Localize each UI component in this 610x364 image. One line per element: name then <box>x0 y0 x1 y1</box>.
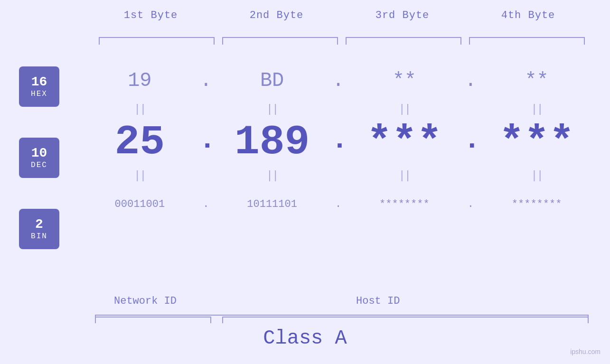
bin-val-2: 10111101 <box>247 198 297 210</box>
hex-row: 19 . BD . ** . ** <box>81 62 596 100</box>
dec-dot-3: . <box>463 126 478 159</box>
bin-dot-1: . <box>199 198 213 210</box>
bin-val-3: ******** <box>379 198 430 210</box>
class-label: Class A <box>263 327 347 350</box>
top-bracket-byte1 <box>99 37 215 45</box>
dec-cell-1: 25 <box>81 121 199 163</box>
dec-cell-2: 189 <box>213 121 331 163</box>
dec-dot-2: . <box>331 126 346 159</box>
bin-num: 2 <box>35 217 43 232</box>
bin-dot-3: . <box>463 198 478 210</box>
dec-cell-3: *** <box>346 121 464 163</box>
top-bracket-byte3 <box>346 37 461 45</box>
byte1-header: 1st Byte <box>88 9 214 21</box>
dec-dot-1: . <box>199 126 213 159</box>
eq2-c3: || <box>346 169 464 182</box>
hex-cell-4: ** <box>478 69 596 92</box>
hex-val-2: BD <box>260 69 284 92</box>
eq1-c1: || <box>81 103 199 116</box>
dec-val-4: *** <box>499 119 574 166</box>
hex-cell-3: ** <box>346 69 464 92</box>
main-container: 1st Byte 2nd Byte 3rd Byte 4th Byte 16 H… <box>0 0 610 364</box>
hex-num: 16 <box>31 75 47 90</box>
hex-val-3: ** <box>393 69 416 92</box>
class-bracket-right <box>588 315 589 321</box>
dec-val-2: 189 <box>235 119 310 166</box>
top-brackets <box>95 37 589 45</box>
hex-dot-1: . <box>199 69 213 92</box>
bin-badge: 2 BIN <box>19 209 59 249</box>
bin-row: 00011001 . 10111101 . ******** . *******… <box>81 185 596 223</box>
dec-label: DEC <box>31 161 47 169</box>
bin-label: BIN <box>31 232 47 241</box>
byte2-header: 2nd Byte <box>214 9 339 21</box>
eq2-c1: || <box>81 169 199 182</box>
hex-val-4: ** <box>525 69 548 92</box>
dec-cell-4: *** <box>478 121 596 163</box>
network-id-label: Network ID <box>114 295 177 307</box>
watermark: ipshu.com <box>570 348 601 355</box>
hex-dot-2: . <box>331 69 346 92</box>
class-bracket <box>95 315 589 322</box>
dec-row: 25 . 189 . *** . *** <box>81 119 596 166</box>
byte4-header: 4th Byte <box>465 9 591 21</box>
equals-row-1: || || || || <box>81 100 596 119</box>
bin-cell-4: ******** <box>478 198 596 210</box>
eq1-c2: || <box>213 103 331 116</box>
dec-val-3: *** <box>367 119 442 166</box>
top-bracket-byte4 <box>469 37 585 45</box>
top-bracket-byte2 <box>222 37 338 45</box>
hex-cell-1: 19 <box>81 69 199 92</box>
bin-val-1: 00011001 <box>115 198 165 210</box>
eq2-c4: || <box>478 169 596 182</box>
hex-dot-3: . <box>463 69 478 92</box>
host-id-label: Host ID <box>356 295 400 307</box>
bin-cell-2: 10111101 <box>213 198 331 210</box>
hex-badge: 16 HEX <box>19 66 59 107</box>
eq1-c3: || <box>346 103 464 116</box>
eq1-c4: || <box>478 103 596 116</box>
base-labels: 16 HEX 10 DEC 2 BIN <box>19 66 59 280</box>
dec-num: 10 <box>31 146 47 161</box>
bin-cell-1: 00011001 <box>81 198 199 210</box>
hex-val-1: 19 <box>128 69 151 92</box>
hex-label: HEX <box>31 90 47 98</box>
equals-row-2: || || || || <box>81 166 596 185</box>
bin-cell-3: ******** <box>346 198 464 210</box>
dec-badge: 10 DEC <box>19 138 59 178</box>
eq2-c2: || <box>213 169 331 182</box>
bin-dot-2: . <box>331 198 346 210</box>
hex-cell-2: BD <box>213 69 331 92</box>
dec-val-1: 25 <box>115 119 165 166</box>
byte-headers: 1st Byte 2nd Byte 3rd Byte 4th Byte <box>88 9 591 21</box>
byte3-header: 3rd Byte <box>339 9 465 21</box>
data-grid: 19 . BD . ** . ** || || || || <box>81 62 596 223</box>
bin-val-4: ******** <box>512 198 562 210</box>
